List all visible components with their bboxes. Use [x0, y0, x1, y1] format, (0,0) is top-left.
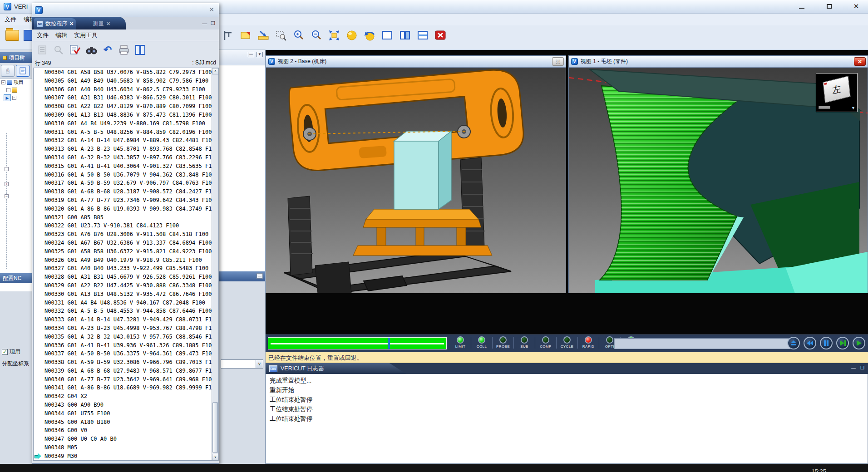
log-header[interactable]: LOG VERICUT 日志器 — ❐: [266, 363, 868, 374]
mouse-mode-icon[interactable]: 🖰: [1, 65, 15, 77]
nc-code-line[interactable]: N00335 G01 A-32 B-32 U43.0153 V-957.765 …: [34, 333, 218, 341]
active-checkbox-row[interactable]: ✓ 现用: [2, 348, 20, 356]
panel-pin-icon[interactable]: ▼: [256, 52, 263, 57]
close-button[interactable]: ✕: [848, 1, 864, 12]
nc-code-line[interactable]: N00306 G01 A40 B40 U43.6034 V-862.5 C79.…: [34, 85, 218, 94]
configure-nc-header[interactable]: 配置NC: [0, 273, 32, 283]
nc-code-line[interactable]: N00316 G01 A-50 B-50 U36.7079 V-904.362 …: [34, 171, 218, 179]
pause-button[interactable]: [820, 337, 833, 349]
tree-node-project[interactable]: −项目: [0, 79, 32, 86]
nc-scrollbar[interactable]: ∧ ∨: [212, 68, 218, 460]
led-cycle[interactable]: CYCLE: [557, 336, 577, 349]
led-limit[interactable]: LIMIT: [451, 336, 470, 349]
tab-nc-program[interactable]: NC 数控程序 ✕: [34, 18, 76, 30]
section-minimize-icon[interactable]: —: [256, 273, 263, 279]
led-sub[interactable]: SUB: [515, 336, 534, 349]
maximize-button[interactable]: [821, 1, 837, 12]
nc-code-line[interactable]: N00313 G01 A-23 B-23 U45.8701 V-893.768 …: [34, 145, 218, 153]
led-comp[interactable]: COMP: [536, 336, 555, 349]
tree-collapse-box[interactable]: −: [5, 167, 9, 171]
nc-menu-edit[interactable]: 编辑: [55, 31, 67, 39]
layout-single-icon[interactable]: [381, 29, 394, 42]
nc-code-area[interactable]: N00304 G01 A58 B58 U37.0076 V-855.822 C7…: [33, 68, 219, 461]
nc-close-icon[interactable]: ✕: [209, 6, 214, 13]
nc-code-line[interactable]: N00308 G01 A22 B22 U47.8129 V-870.889 C8…: [34, 102, 218, 111]
view1-titlebar[interactable]: V 视图 1 - 毛坯 (零件) ✕: [569, 56, 868, 68]
section-icon[interactable]: [257, 29, 270, 42]
note-icon[interactable]: [239, 29, 252, 42]
nc-code-line[interactable]: N00331 G01 A4 B4 U48.8536 V-940.167 C87.…: [34, 299, 218, 307]
find-binoculars-icon[interactable]: [85, 44, 98, 56]
nc-code-line[interactable]: N00344 G01 U755 F100: [34, 409, 218, 418]
search-program-icon[interactable]: [52, 44, 65, 56]
nc-code-line[interactable]: N00329 G01 A22 B22 U47.4425 V-930.888 C8…: [34, 281, 218, 290]
nc-code-line[interactable]: N00330 G01 A13 B13 U48.5132 V-935.472 C8…: [34, 290, 218, 299]
nc-code-line[interactable]: N00310 G01 A4 B4 U49.2239 V-880.169 C81.…: [34, 119, 218, 128]
nc-code-line[interactable]: N00326 G01 A49 B49 U40.1979 V-918.9 C85.…: [34, 256, 218, 265]
layout-columns-icon[interactable]: [399, 29, 411, 42]
nc-titlebar[interactable]: V ✕: [32, 3, 219, 17]
tab-close-icon[interactable]: ✕: [69, 21, 74, 27]
progress-bar[interactable]: [268, 337, 447, 349]
step-to-end-button[interactable]: [836, 337, 849, 349]
scroll-down-icon[interactable]: ∨: [212, 454, 219, 460]
fit-view-icon[interactable]: [328, 29, 340, 42]
override-field[interactable]: [614, 338, 790, 349]
nc-code-line[interactable]: N00315 G01 A-41 B-41 U40.3064 V-901.327 …: [34, 162, 218, 171]
nc-code-line[interactable]: N00332 G01 A-5 B-5 U48.4553 V-944.858 C8…: [34, 307, 218, 315]
nc-code-line[interactable]: N00305 G01 A49 B49 U40.5683 V-858.902 C7…: [34, 77, 218, 85]
active-checkbox[interactable]: ✓: [2, 349, 8, 355]
shade-icon[interactable]: [345, 29, 358, 42]
led-rapid[interactable]: RAPID: [579, 336, 598, 349]
nc-code-line[interactable]: N00322 G01 U23.73 V-910.381 C84.4123 F10…: [34, 221, 218, 230]
program-list-icon[interactable]: [36, 44, 49, 56]
nc-code-line[interactable]: N00309 G01 A13 B13 U48.8836 V-875.473 C8…: [34, 111, 218, 119]
zoom-in-icon[interactable]: [292, 29, 305, 42]
rotate-view-icon[interactable]: [363, 29, 376, 42]
nc-code-line[interactable]: N00336 G01 A-41 B-41 U39.936 V-961.326 C…: [34, 341, 218, 350]
nc-code-line[interactable]: N00320 G01 A-86 B-86 U19.0393 V-909.983 …: [34, 205, 218, 213]
nc-code-line[interactable]: N00345 G00 A180 B180: [34, 418, 218, 427]
open-file-icon[interactable]: [5, 30, 19, 41]
play-button[interactable]: [853, 337, 865, 349]
minimize-button[interactable]: [794, 1, 810, 12]
nc-code-line[interactable]: N00348 M05: [34, 443, 218, 452]
nc-code-line[interactable]: N00321 G00 A85 B85: [34, 213, 218, 222]
nc-code-line[interactable]: N00314 G01 A-32 B-32 U43.3857 V-897.766 …: [34, 153, 218, 162]
nc-code-line[interactable]: N00342 G04 X2: [34, 392, 218, 401]
nc-code-line[interactable]: N00323 G01 A76 B76 U28.3006 V-911.508 C8…: [34, 230, 218, 239]
nc-code-line[interactable]: N00341 G01 A-86 B-86 U18.6689 V-969.982 …: [34, 384, 218, 392]
tree-node-current[interactable]: ▶−: [0, 94, 32, 102]
tab-measure[interactable]: 测量 ✕: [90, 18, 113, 30]
tree-node-machine[interactable]: −: [0, 86, 32, 94]
undo-icon[interactable]: ↶: [101, 44, 114, 56]
document-mode-icon[interactable]: [16, 65, 30, 77]
nc-code-line[interactable]: N00318 G01 A-68 B-68 U28.3187 V-908.572 …: [34, 187, 218, 196]
nc-float-icon[interactable]: ❐: [211, 20, 215, 26]
rewind-button[interactable]: [804, 337, 816, 349]
view2-close-icon[interactable]: ✕: [552, 57, 564, 66]
nc-code-line[interactable]: N00337 G01 A-50 B-50 U36.3375 V-964.361 …: [34, 349, 218, 358]
scroll-up-icon[interactable]: ∧: [212, 68, 219, 74]
nc-menu-file[interactable]: 文件: [37, 31, 49, 39]
nc-code-line[interactable]: N00349 M30: [34, 452, 218, 461]
view1-close-icon[interactable]: ✕: [854, 57, 866, 66]
nc-code-line[interactable]: N00304 G01 A58 B58 U37.0076 V-855.822 C7…: [34, 68, 218, 77]
led-probe[interactable]: PROBE: [493, 336, 513, 349]
view2-titlebar[interactable]: V 视图 2 - Base (机床) ✕: [266, 56, 566, 68]
nc-code-line[interactable]: N00319 G01 A-77 B-77 U23.7346 V-909.642 …: [34, 196, 218, 205]
combo-dropdown-icon[interactable]: ∨: [256, 360, 263, 368]
nc-code-line[interactable]: N00328 G01 A31 B31 U45.6679 V-926.528 C8…: [34, 273, 218, 281]
menu-file[interactable]: 文件: [5, 15, 16, 24]
nc-check-icon[interactable]: [69, 44, 81, 56]
zoom-out-icon[interactable]: [310, 29, 323, 42]
scroll-thumb[interactable]: [212, 402, 218, 453]
nc-code-line[interactable]: N00317 G01 A-59 B-59 U32.679 V-906.797 C…: [34, 179, 218, 187]
nc-code-line[interactable]: N00340 G01 A-77 B-77 U23.3642 V-969.641 …: [34, 375, 218, 384]
nc-code-line[interactable]: N00338 G01 A-59 B-59 U32.3086 V-966.796 …: [34, 358, 218, 367]
tree-expand-box[interactable]: +: [5, 182, 9, 186]
nc-minimize-icon[interactable]: —: [202, 20, 207, 26]
nc-code-line[interactable]: N00347 G00 U0 C0 A0 B0: [34, 435, 218, 443]
nc-menu-utilities[interactable]: 实用工具: [74, 31, 98, 39]
coord-system-combobox[interactable]: ∨: [221, 359, 263, 369]
